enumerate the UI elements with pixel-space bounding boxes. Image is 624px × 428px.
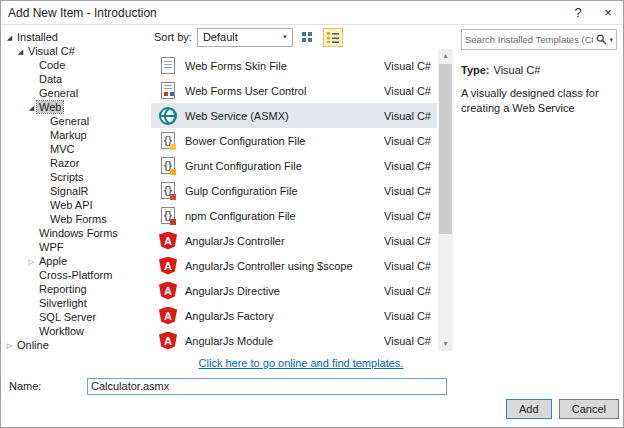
tree-item-markup[interactable]: Markup: [1, 128, 149, 142]
tree-item-web-api[interactable]: Web API: [1, 198, 149, 212]
template-item-angularjs-module[interactable]: AngularJs Module Visual C#: [151, 328, 437, 351]
chevron-down-icon[interactable]: [278, 29, 292, 46]
sort-dropdown-value: Default: [203, 31, 238, 43]
bower-config-icon: [161, 132, 175, 149]
tree-item-reporting[interactable]: Reporting: [1, 282, 149, 296]
name-label: Name:: [9, 380, 87, 392]
close-button[interactable]: ×: [593, 1, 623, 24]
tree-item-apple[interactable]: Apple: [1, 254, 149, 268]
tree-item-sql-server[interactable]: SQL Server: [1, 310, 149, 324]
tree-item-razor[interactable]: Razor: [1, 156, 149, 170]
cancel-button[interactable]: Cancel: [559, 399, 619, 419]
category-tree: Installed Visual C# Code Data: [1, 25, 149, 375]
name-input[interactable]: [87, 378, 447, 395]
medium-icons-view-icon: [302, 31, 314, 43]
grunt-config-icon: [161, 157, 175, 174]
type-label: Type:: [461, 64, 490, 76]
template-item-grunt-configuration-file[interactable]: Grunt Configuration File Visual C#: [151, 153, 437, 178]
web-forms-skin-icon: [161, 57, 175, 74]
tree-item-online[interactable]: Online: [1, 338, 149, 352]
template-item-web-forms-skin-file[interactable]: Web Forms Skin File Visual C#: [151, 53, 437, 78]
template-item-angularjs-directive[interactable]: AngularJs Directive Visual C#: [151, 278, 437, 303]
tree-item-cross-platform[interactable]: Cross-Platform: [1, 268, 149, 282]
tree-item-mvc[interactable]: MVC: [1, 142, 149, 156]
tree-item-workflow[interactable]: Workflow: [1, 324, 149, 338]
search-icon[interactable]: [596, 34, 607, 45]
angularjs-shield-icon: [159, 232, 177, 250]
template-list-scrollbar[interactable]: [438, 49, 453, 351]
tree-expander-icon[interactable]: [26, 258, 37, 265]
name-row: Name:: [1, 375, 623, 397]
tree-item-installed[interactable]: Installed: [1, 30, 149, 44]
search-history-chevron-icon[interactable]: [609, 36, 613, 44]
angularjs-shield-icon: [159, 282, 177, 300]
template-item-angularjs-controller[interactable]: AngularJs Controller Visual C#: [151, 228, 437, 253]
tree-expander-icon[interactable]: [15, 48, 26, 55]
angularjs-shield-icon: [159, 257, 177, 275]
tree-item-data[interactable]: Data: [1, 72, 149, 86]
add-new-item-dialog: Add New Item - Introduction ? × Installe…: [0, 0, 624, 428]
tree-expander-icon[interactable]: [4, 342, 15, 349]
template-item-npm-configuration-file[interactable]: npm Configuration File Visual C#: [151, 203, 437, 228]
sort-by-label: Sort by:: [154, 31, 192, 43]
search-box: [461, 29, 617, 50]
scrollbar-thumb[interactable]: [439, 64, 452, 234]
type-value: Visual C#: [494, 64, 541, 76]
tree-expander-icon[interactable]: [4, 34, 15, 41]
list-view-button[interactable]: [323, 28, 343, 47]
template-column: Sort by: Default: [149, 25, 453, 375]
search-input[interactable]: [462, 34, 596, 45]
template-item-angularjs-controller-using-scope[interactable]: AngularJs Controller using $scope Visual…: [151, 253, 437, 278]
tree-item-wpf[interactable]: WPF: [1, 240, 149, 254]
scroll-up-arrow-icon[interactable]: [438, 49, 453, 63]
template-item-angularjs-factory[interactable]: AngularJs Factory Visual C#: [151, 303, 437, 328]
info-panel: Type:Visual C# A visually designed class…: [453, 25, 623, 375]
web-service-globe-icon: [159, 107, 177, 125]
add-button[interactable]: Add: [506, 399, 552, 419]
template-item-web-forms-user-control[interactable]: Web Forms User Control Visual C#: [151, 78, 437, 103]
window-title: Add New Item - Introduction: [8, 6, 563, 20]
tree-item-visual-c[interactable]: Visual C#: [1, 44, 149, 58]
tree-item-general[interactable]: General: [1, 86, 149, 100]
template-list: Web Forms Skin File Visual C# Web Forms …: [149, 49, 453, 351]
tree-item-general[interactable]: General: [1, 114, 149, 128]
tree-item-signalr[interactable]: SignalR: [1, 184, 149, 198]
tree-item-silverlight[interactable]: Silverlight: [1, 296, 149, 310]
dialog-body: Installed Visual C# Code Data: [1, 25, 623, 375]
tree-item-web-forms[interactable]: Web Forms: [1, 212, 149, 226]
tree-item-web[interactable]: Web: [1, 100, 149, 114]
tree-expander-icon[interactable]: [26, 104, 37, 111]
sort-dropdown[interactable]: Default: [197, 28, 293, 47]
tree-item-code[interactable]: Code: [1, 58, 149, 72]
help-button[interactable]: ?: [563, 1, 593, 24]
tree-item-scripts[interactable]: Scripts: [1, 170, 149, 184]
template-item-gulp-configuration-file[interactable]: Gulp Configuration File Visual C#: [151, 178, 437, 203]
type-line: Type:Visual C#: [461, 64, 617, 76]
scroll-down-arrow-icon[interactable]: [438, 337, 453, 351]
gulp-config-icon: [161, 182, 175, 199]
list-toolbar: Sort by: Default: [149, 25, 453, 49]
npm-config-icon: [161, 207, 175, 224]
web-forms-user-control-icon: [161, 82, 175, 99]
medium-icons-view-button[interactable]: [298, 28, 318, 47]
online-templates-link[interactable]: Click here to go online and find templat…: [199, 357, 404, 369]
link-row: Click here to go online and find templat…: [149, 351, 453, 375]
template-item-web-service-asmx[interactable]: Web Service (ASMX) Visual C#: [151, 103, 437, 128]
titlebar[interactable]: Add New Item - Introduction ? ×: [1, 1, 623, 25]
list-view-icon: [327, 31, 339, 43]
angularjs-shield-icon: [159, 332, 177, 350]
template-description: A visually designed class for creating a…: [461, 86, 613, 117]
template-item-bower-configuration-file[interactable]: Bower Configuration File Visual C#: [151, 128, 437, 153]
button-row: Add Cancel: [1, 397, 623, 427]
tree-item-windows-forms[interactable]: Windows Forms: [1, 226, 149, 240]
angularjs-shield-icon: [159, 307, 177, 325]
